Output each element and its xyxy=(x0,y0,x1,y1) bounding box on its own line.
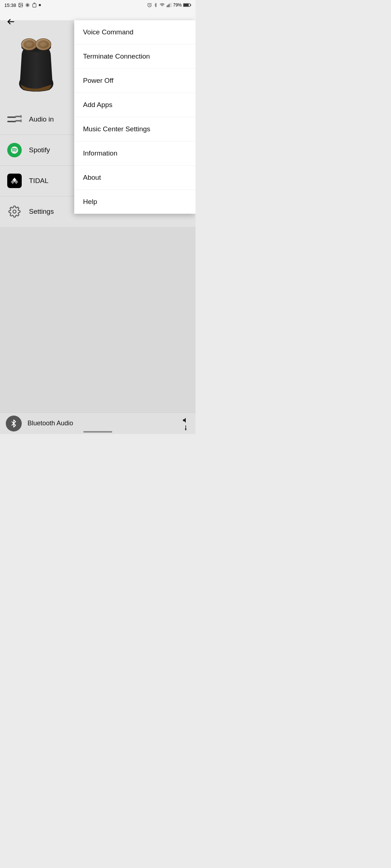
menu-item-add-apps[interactable]: Add Apps xyxy=(74,93,196,117)
dot-indicator xyxy=(39,4,41,6)
asterisk-icon xyxy=(25,3,30,8)
menu-item-help[interactable]: Help xyxy=(74,190,196,214)
volume-icon[interactable] xyxy=(182,417,190,430)
svg-rect-16 xyxy=(169,4,169,7)
menu-item-terminate-connection[interactable]: Terminate Connection xyxy=(74,44,196,69)
svg-rect-18 xyxy=(171,3,172,7)
svg-rect-17 xyxy=(170,3,171,7)
dropdown-menu: Voice Command Terminate Connection Power… xyxy=(74,20,196,214)
battery-text: 79% xyxy=(173,3,182,8)
bluetooth-icon xyxy=(6,416,22,431)
status-bar: 15:38 79% xyxy=(0,0,196,10)
signal-icon xyxy=(167,3,172,8)
bottom-bar: Bluetooth Audio xyxy=(0,412,196,434)
svg-line-10 xyxy=(150,5,150,6)
wifi-icon xyxy=(159,3,165,8)
dropdown-overlay: Voice Command Terminate Connection Power… xyxy=(0,20,196,412)
svg-rect-15 xyxy=(168,5,168,7)
nav-indicator xyxy=(83,431,112,433)
main-content: Audio in Spotify xyxy=(0,10,196,412)
status-left: 15:38 xyxy=(4,3,41,8)
photo-icon xyxy=(18,3,23,8)
svg-point-66 xyxy=(185,428,186,430)
svg-line-11 xyxy=(148,3,148,4)
menu-item-about[interactable]: About xyxy=(74,166,196,190)
status-time: 15:38 xyxy=(4,3,16,8)
menu-item-power-off[interactable]: Power Off xyxy=(74,69,196,93)
status-right: 79% xyxy=(147,3,191,8)
menu-item-voice-command[interactable]: Voice Command xyxy=(74,20,196,44)
svg-rect-7 xyxy=(33,4,36,7)
svg-rect-21 xyxy=(190,4,191,5)
svg-point-1 xyxy=(20,4,20,5)
bluetooth-status-icon xyxy=(154,3,158,8)
svg-rect-20 xyxy=(184,4,189,7)
svg-line-12 xyxy=(151,3,151,4)
menu-item-music-center-settings[interactable]: Music Center Settings xyxy=(74,117,196,141)
alarm-icon xyxy=(147,3,152,8)
clipboard-icon xyxy=(32,3,37,8)
battery-icon xyxy=(183,3,191,7)
menu-item-information[interactable]: Information xyxy=(74,141,196,166)
svg-rect-14 xyxy=(167,5,168,7)
bluetooth-audio-label: Bluetooth Audio xyxy=(28,420,176,427)
